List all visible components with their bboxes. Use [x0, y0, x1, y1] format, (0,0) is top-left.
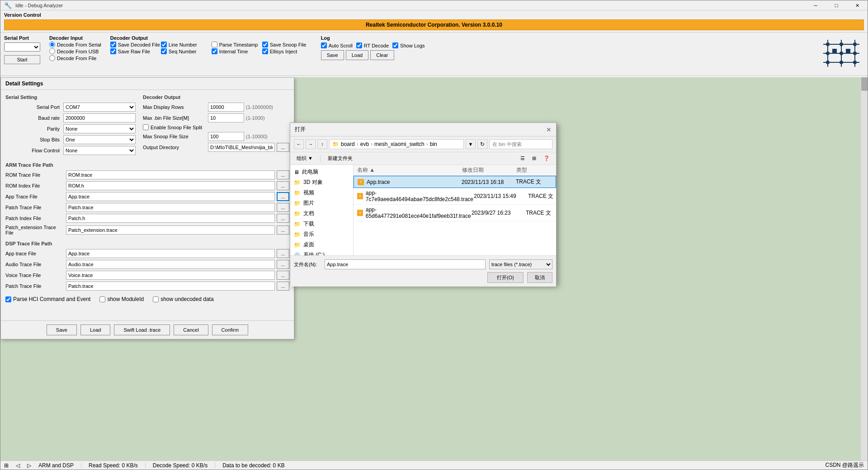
dsp-app-trace-browse[interactable]: ...: [277, 249, 289, 258]
radio-decode-file[interactable]: Decode From File: [49, 55, 101, 61]
col-date[interactable]: 修改日期: [462, 166, 516, 174]
dialog-confirm-button[interactable]: Confirm: [212, 324, 249, 335]
breadcrumb-mesh[interactable]: mesh_xiaomi_switch: [374, 141, 425, 147]
minimize-button[interactable]: ─: [805, 0, 826, 10]
cb-internal-time[interactable]: Internal Time: [212, 48, 261, 54]
file-item-app-7c7e[interactable]: T app-7c7e9aeeda46494abae75dc8fde2c548.t…: [354, 188, 556, 205]
cb-save-snoop[interactable]: Save Snoop File: [262, 42, 312, 47]
scroll-thumb[interactable]: [861, 77, 868, 91]
filetype-select[interactable]: trace files (*.trace): [489, 259, 552, 269]
show-module-checkbox-label[interactable]: show ModuleId: [99, 296, 144, 302]
nav-forward-button[interactable]: →: [306, 139, 316, 149]
dialog-swift-load-button[interactable]: Swift Load .trace: [114, 324, 170, 335]
new-folder-button[interactable]: 新建文件夹: [325, 154, 355, 163]
max-rows-input[interactable]: [208, 103, 244, 112]
file-item-app-trace[interactable]: T App.trace 2023/11/13 16:18 TRACE 文: [354, 176, 556, 188]
show-module-checkbox[interactable]: [99, 296, 105, 302]
file-search-input[interactable]: [489, 139, 552, 149]
parity-form-select[interactable]: None: [63, 124, 136, 133]
output-dir-input[interactable]: [208, 143, 275, 152]
sidebar-downloads[interactable]: 📁 下载: [290, 219, 353, 229]
radio-decode-usb[interactable]: Decode From USB: [49, 48, 101, 54]
view-details-button[interactable]: ⊞: [529, 155, 539, 162]
patch-trace-browse[interactable]: ...: [277, 203, 289, 212]
breadcrumb-evb[interactable]: evb: [360, 141, 369, 147]
breadcrumb-bin[interactable]: bin: [430, 141, 437, 147]
sidebar-this-pc[interactable]: 🖥 此电脑: [290, 167, 353, 177]
cb-parse-timestamp[interactable]: Parse Timestamp: [212, 42, 261, 47]
dialog-cancel-button[interactable]: Cancel: [174, 324, 208, 335]
cb-rt-decode[interactable]: RT Decode: [356, 42, 389, 48]
file-dialog-close-button[interactable]: ✕: [546, 126, 552, 133]
dsp-app-trace-input[interactable]: [66, 249, 275, 258]
cb-seq-number[interactable]: Seq Number: [161, 48, 211, 54]
voice-trace-input[interactable]: [66, 271, 275, 280]
radio-decode-serial[interactable]: Decode From Serial: [49, 42, 101, 47]
max-snoop-input[interactable]: [208, 132, 244, 141]
parse-hci-checkbox[interactable]: [5, 296, 11, 302]
sidebar-music[interactable]: 📁 音乐: [290, 229, 353, 240]
sidebar-documents[interactable]: 📁 文档: [290, 208, 353, 219]
refresh-button[interactable]: ↻: [477, 139, 487, 149]
cb-show-logs[interactable]: Show Logs: [392, 42, 425, 48]
clear-log-button[interactable]: Clear: [370, 50, 394, 60]
breadcrumb-board[interactable]: board: [341, 141, 355, 147]
rom-trace-browse[interactable]: ...: [277, 170, 289, 179]
voice-trace-browse[interactable]: ...: [277, 271, 289, 280]
patch-index-browse[interactable]: ...: [277, 214, 289, 223]
app-trace-browse[interactable]: ...: [277, 192, 289, 201]
show-undecoded-checkbox-label[interactable]: show undecoded data: [153, 296, 213, 302]
stopbits-form-select[interactable]: One: [63, 135, 136, 144]
sidebar-pictures[interactable]: 📁 图片: [290, 198, 353, 208]
organize-button[interactable]: 组织 ▼: [294, 154, 316, 163]
patch-index-input[interactable]: [66, 214, 275, 223]
load-log-button[interactable]: Load: [346, 50, 368, 60]
sidebar-videos[interactable]: 📁 视频: [290, 188, 353, 198]
sidebar-3d-objects[interactable]: 📁 3D 对象: [290, 177, 353, 188]
audio-trace-input[interactable]: [66, 260, 275, 269]
cb-ellisys[interactable]: Ellisys Inject: [262, 48, 312, 54]
scrollbar[interactable]: [860, 77, 868, 461]
port-select[interactable]: [4, 42, 40, 52]
file-item-app-65d6[interactable]: T app-65d6a477291e081ece40e1faf9eeb31f.t…: [354, 205, 556, 221]
maximize-button[interactable]: □: [826, 0, 847, 10]
snoop-split-checkbox[interactable]: [143, 124, 149, 130]
close-button[interactable]: ✕: [847, 0, 868, 10]
nav-up-button[interactable]: ↑: [317, 139, 327, 149]
audio-trace-browse[interactable]: ...: [277, 260, 289, 269]
cb-line-number[interactable]: Line Number: [161, 42, 211, 47]
nav-dropdown-button[interactable]: ▼: [466, 139, 476, 149]
filename-input[interactable]: [325, 259, 486, 269]
file-cancel-button[interactable]: 取消: [527, 272, 552, 283]
dsp-patch-trace-browse[interactable]: ...: [277, 282, 289, 291]
parse-hci-checkbox-label[interactable]: Parse HCI Command and Event: [5, 296, 90, 302]
patch-ext-browse[interactable]: ...: [277, 226, 289, 235]
rom-index-input[interactable]: [66, 181, 275, 190]
rom-index-browse[interactable]: ...: [277, 181, 289, 190]
baud-form-input[interactable]: [63, 113, 136, 122]
save-log-button[interactable]: Save: [321, 50, 344, 60]
cb-save-raw[interactable]: Save Raw File: [110, 48, 160, 54]
app-trace-input[interactable]: [66, 192, 275, 201]
show-undecoded-checkbox[interactable]: [153, 296, 159, 302]
max-bin-input[interactable]: [208, 113, 244, 122]
col-name[interactable]: 名称 ▲: [357, 166, 462, 174]
view-list-button[interactable]: ☰: [518, 155, 528, 162]
cb-auto-scroll[interactable]: Auto Scroll: [321, 42, 353, 48]
port-form-select[interactable]: COM7: [63, 103, 136, 112]
flowctrl-form-select[interactable]: None: [63, 146, 136, 155]
file-open-button[interactable]: 打开(O): [487, 272, 524, 283]
patch-trace-input[interactable]: [66, 203, 275, 212]
dsp-patch-trace-input[interactable]: [66, 282, 275, 291]
rom-trace-input[interactable]: [66, 170, 275, 179]
nav-back-button[interactable]: ←: [294, 139, 304, 149]
view-help-button[interactable]: ❓: [541, 155, 552, 162]
sidebar-desktop[interactable]: 📁 桌面: [290, 240, 353, 250]
col-type[interactable]: 类型: [516, 166, 552, 174]
output-dir-browse[interactable]: ...: [277, 143, 289, 152]
dialog-save-button[interactable]: Save: [47, 324, 77, 335]
patch-ext-input[interactable]: [66, 226, 275, 235]
sidebar-drive-c[interactable]: 💿 系统 (C:): [290, 250, 353, 255]
dialog-load-button[interactable]: Load: [80, 324, 110, 335]
start-button[interactable]: Start: [4, 55, 40, 64]
